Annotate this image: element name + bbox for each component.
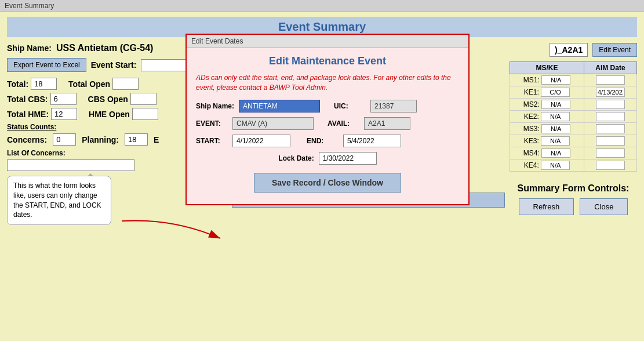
mske-label-ms4: MS4: [510,147,584,159]
summary-controls-title: Summary Form Controls: [510,183,637,194]
modal-start-label: START: [196,137,228,145]
table-row: MS1: [510,74,637,86]
export-excel-button[interactable]: Export Event to Excel [7,58,86,72]
mske-label-ke1: KE1: [510,86,584,99]
modal-lock-label: Lock Date: [278,154,314,162]
modal-event-input[interactable] [232,117,314,130]
save-record-button[interactable]: Save Record / Close Window [254,173,401,193]
event-start-label: Event Start: [91,60,137,70]
table-row: MS3: [510,123,637,135]
total-cbs-value[interactable] [50,93,77,105]
summary-controls: Summary Form Controls: Refresh Close [510,183,637,215]
modal-event-label: EVENT: [196,119,228,128]
total-label: Total: [7,79,28,89]
mske-ke4-date[interactable] [596,161,625,170]
mske-ke1-date[interactable] [596,88,625,97]
modal-title-bar: Edit Event Dates [187,35,468,48]
modal-lock-row: Lock Date: [196,152,459,165]
tooltip-bubble: This is what the form looks like, users … [7,176,111,225]
table-row: MS2: [510,99,637,111]
refresh-button[interactable]: Refresh [519,198,574,215]
title-bar-text: Event Summary [5,2,54,10]
table-row: KE3: [510,135,637,147]
e-label: E [154,135,159,144]
mske-label-ke3: KE3: [510,135,584,147]
mske-ke4-value[interactable] [541,161,570,170]
mske-ke3-value[interactable] [541,136,570,146]
mske-ms2-date[interactable] [596,100,625,109]
modal-lock-input[interactable] [319,152,377,165]
concerns-label: Concerns: [7,135,47,144]
ship-name-field: Ship Name: USS Antietam (CG-54) [7,43,153,53]
modal-avail-input[interactable] [364,117,410,130]
total-cbs-item: Total CBS: [7,93,77,105]
edit-event-button[interactable]: Edit Event [592,43,637,57]
mske-label-ms1: MS1: [510,74,584,86]
modal-uic-label: UIC: [334,102,366,110]
mske-label-ms3: MS3: [510,123,584,135]
total-hme-value[interactable] [51,108,77,120]
title-bar: Event Summary [0,0,644,12]
mske-table: MS/KE AIM Date MS1: KE1: MS2: [510,61,637,172]
avail-row: )_A2A1 Edit Event [510,43,637,57]
planning-label: Planning: [82,135,119,144]
mske-ms1-date[interactable] [596,75,625,85]
edit-event-modal: Edit Event Dates Edit Maintenance Event … [185,34,470,205]
mske-ms1-value[interactable] [541,75,570,85]
modal-ship-input[interactable] [239,100,320,113]
modal-title-text: Edit Event Dates [191,37,243,45]
modal-uic-input[interactable] [370,100,417,113]
ship-name-label: Ship Name: [7,43,52,53]
mske-ms4-value[interactable] [541,148,570,158]
mske-ke2-date[interactable] [596,112,625,121]
modal-heading: Edit Maintenance Event [196,55,459,67]
total-item: Total: [7,78,57,90]
mske-ms2-value[interactable] [541,100,570,109]
total-hme-label: Total HME: [7,110,49,119]
mske-header-label: MS/KE [510,62,584,74]
modal-ship-label: Ship Name: [196,102,234,110]
cbs-open-value[interactable] [130,93,157,105]
modal-body: Edit Maintenance Event ADs can only edit… [187,48,468,204]
mske-header-aim: AIM Date [584,62,636,74]
ctrl-buttons: Refresh Close [510,198,637,215]
mske-ke1-value[interactable] [541,88,570,97]
mske-ms4-date[interactable] [596,148,625,158]
hme-open-value[interactable] [132,108,158,120]
close-button[interactable]: Close [580,198,628,215]
hme-open-item: HME Open [89,108,158,120]
mske-ms3-date[interactable] [596,124,625,133]
total-open-item: Total Open [68,78,139,90]
mske-label-ke2: KE2: [510,111,584,123]
modal-ship-row: Ship Name: UIC: [196,100,459,113]
table-row: KE4: [510,159,637,172]
hme-open-label: HME Open [89,110,130,119]
mske-ke2-value[interactable] [541,112,570,121]
cbs-open-item: CBS Open [88,93,157,105]
planning-value[interactable] [125,133,148,146]
concerns-value[interactable] [53,133,76,146]
right-column: )_A2A1 Edit Event MS/KE AIM Date MS1: [510,43,637,225]
modal-event-row: EVENT: AVAIL: [196,117,459,130]
total-value[interactable] [31,78,57,90]
list-concerns-input[interactable] [7,159,134,171]
mske-ms3-value[interactable] [541,124,570,133]
table-row: MS4: [510,147,637,159]
modal-notice: ADs can only edit the start, end, and pa… [196,73,459,93]
avail-display: )_A2A1 [550,43,588,57]
mske-label-ms2: MS2: [510,99,584,111]
table-row: KE2: [510,111,637,123]
ship-name-value: USS Antietam (CG-54) [56,43,153,53]
mske-ke3-date[interactable] [596,136,625,146]
modal-dates-row: START: END: [196,135,459,147]
mske-label-ke4: KE4: [510,159,584,172]
modal-end-input[interactable] [343,135,401,147]
main-panel: Event Summary Ship Name: USS Antietam (C… [0,12,644,340]
total-open-label: Total Open [68,79,110,89]
total-cbs-label: Total CBS: [7,95,48,104]
modal-start-input[interactable] [232,135,290,147]
modal-end-label: END: [307,137,339,145]
modal-avail-label: AVAIL: [328,119,359,128]
total-open-value[interactable] [112,78,139,90]
total-hme-item: Total HME: [7,108,77,120]
